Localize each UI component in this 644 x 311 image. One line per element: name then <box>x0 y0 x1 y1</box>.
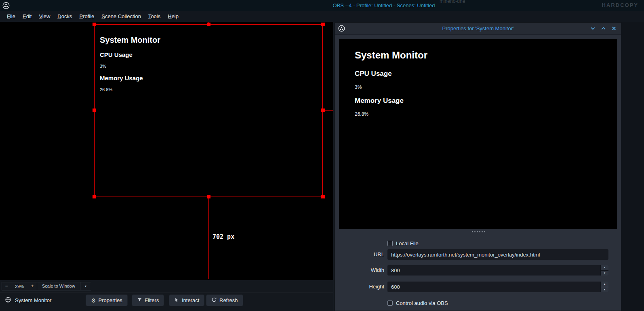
url-row: URL <box>335 249 621 260</box>
properties-button[interactable]: ⚙ Properties <box>86 294 128 306</box>
selection-handle-top-right[interactable] <box>321 23 325 26</box>
width-spin-up-icon[interactable]: ▲ <box>601 265 608 270</box>
source-toolbar: System Monitor ⚙ Properties Filters Inte… <box>0 292 333 311</box>
obs-logo-icon <box>338 25 345 32</box>
properties-dialog-title: Properties for 'System Monitor' <box>335 23 621 35</box>
zoom-out-button[interactable]: − <box>2 282 11 290</box>
height-spin-down-icon[interactable]: ▼ <box>601 287 608 292</box>
selected-source-name: System Monitor <box>15 297 51 303</box>
browser-source-icon <box>5 296 11 305</box>
menu-view[interactable]: View <box>35 11 54 22</box>
window-title: OBS --4 - Profile: Untitled - Scenes: Un… <box>333 0 435 11</box>
height-input[interactable] <box>387 282 608 292</box>
snap-guide-top <box>208 22 209 25</box>
menu-docks[interactable]: Docks <box>54 11 76 22</box>
preview-cpu-label: CPU Usage <box>355 70 427 78</box>
selection-handle-bottom-right[interactable] <box>321 195 325 198</box>
window-titlebar: mineno-dne OBS --4 - Profile: Untitled -… <box>0 0 644 11</box>
properties-button-label: Properties <box>99 297 122 303</box>
filters-button-label: Filters <box>145 297 159 303</box>
menu-edit[interactable]: Edit <box>19 11 35 22</box>
browser-source-preview: System Monitor CPU Usage 3% Memory Usage… <box>339 39 617 229</box>
preview-splitter-handle[interactable] <box>335 230 621 233</box>
height-label: Height <box>335 282 384 292</box>
width-input[interactable] <box>387 265 608 276</box>
dock-float-icon[interactable] <box>590 25 596 31</box>
selection-handle-bottom-left[interactable] <box>93 195 96 198</box>
interact-button-label: Interact <box>182 297 199 303</box>
interact-button[interactable]: Interact <box>169 294 204 306</box>
height-row: Height ▲ ▼ <box>335 282 621 292</box>
dock-restore-icon[interactable] <box>600 25 606 31</box>
width-spin-down-icon[interactable]: ▼ <box>601 270 608 276</box>
preview-memory-value: 26.8% <box>355 111 427 117</box>
menubar: File Edit View Docks Profile Scene Colle… <box>0 11 644 22</box>
preview-canvas[interactable]: System Monitor CPU Usage 3% Memory Usage… <box>0 22 333 280</box>
height-spinner: ▲ ▼ <box>600 282 608 292</box>
preview-rendering: System Monitor CPU Usage 3% Memory Usage… <box>355 50 427 124</box>
zoom-in-button[interactable]: + <box>28 282 37 290</box>
control-audio-label[interactable]: Control audio via OBS <box>396 300 448 306</box>
properties-dialog-titlebar[interactable]: Properties for 'System Monitor' <box>335 23 621 35</box>
menu-tools[interactable]: Tools <box>145 11 164 22</box>
control-audio-row: Control audio via OBS <box>335 298 621 308</box>
preview-statusbar: − 29% + Scale to Window ▼ <box>0 280 333 292</box>
local-file-checkbox[interactable] <box>387 241 393 246</box>
background-window-watermark: HARDCOPY <box>602 2 638 8</box>
background-window-text: mineno-dne <box>440 0 465 4</box>
splitter-dots <box>472 231 473 232</box>
local-file-label[interactable]: Local File <box>396 240 419 246</box>
width-label: Width <box>335 265 384 276</box>
preview-cpu-value: 3% <box>355 84 427 90</box>
distance-label: 702 px <box>213 233 234 240</box>
preview-memory-label: Memory Usage <box>355 97 427 105</box>
menu-scene-collection[interactable]: Scene Collection <box>98 11 145 22</box>
refresh-button[interactable]: Refresh <box>206 294 243 306</box>
url-label: URL <box>335 249 384 260</box>
zoom-widget: − 29% + Scale to Window ▼ <box>2 282 91 290</box>
right-dock-area <box>621 22 644 311</box>
cursor-icon <box>174 297 179 304</box>
selected-source-info: System Monitor <box>5 294 51 306</box>
width-row: Width ▲ ▼ <box>335 265 621 276</box>
height-spin-up-icon[interactable]: ▲ <box>601 282 608 287</box>
selection-handle-top-left[interactable] <box>93 23 96 26</box>
selection-rectangle[interactable] <box>94 24 323 196</box>
menu-file[interactable]: File <box>3 11 19 22</box>
dialog-window-controls <box>590 25 617 31</box>
width-spinner: ▲ ▼ <box>600 265 608 276</box>
obs-logo-icon <box>2 2 10 9</box>
control-audio-checkbox[interactable] <box>387 301 393 306</box>
close-icon[interactable] <box>611 25 617 31</box>
menu-profile[interactable]: Profile <box>76 11 98 22</box>
gear-icon: ⚙ <box>91 298 96 303</box>
filters-button[interactable]: Filters <box>132 294 164 306</box>
preview-title: System Monitor <box>355 50 427 61</box>
filter-icon <box>137 297 142 304</box>
refresh-icon <box>211 297 217 304</box>
properties-dialog: Properties for 'System Monitor' System M… <box>335 22 621 311</box>
snap-guide-right <box>323 110 333 111</box>
scale-mode-select[interactable]: Scale to Window <box>37 282 80 290</box>
scale-mode-dropdown-arrow[interactable]: ▼ <box>80 282 91 290</box>
url-input[interactable] <box>387 249 608 260</box>
zoom-level: 29% <box>11 284 28 289</box>
menu-help[interactable]: Help <box>164 11 182 22</box>
local-file-row: Local File <box>335 238 621 248</box>
refresh-button-label: Refresh <box>219 297 238 303</box>
distance-guide-line <box>208 197 209 279</box>
selection-handle-middle-left[interactable] <box>93 109 96 112</box>
